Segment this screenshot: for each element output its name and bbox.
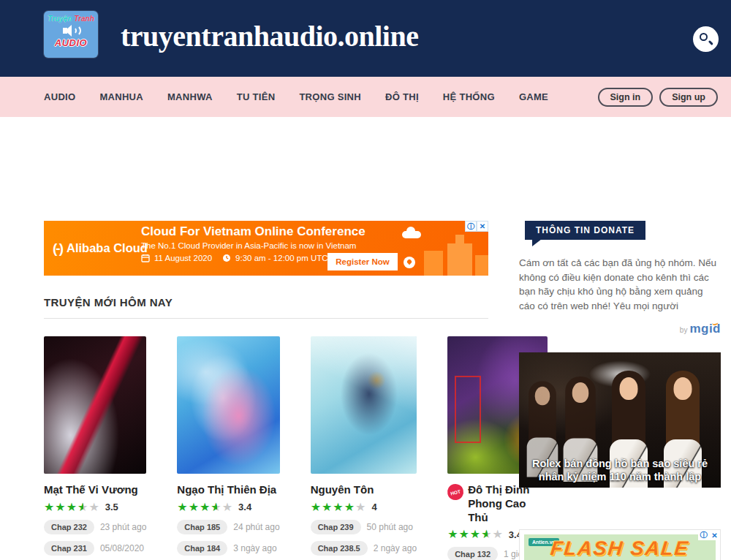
mgid-attribution[interactable]: bymgid [519, 322, 721, 336]
ad-close-icon[interactable]: ✕ [477, 221, 488, 232]
site-logo[interactable]: Truyện Tranh AUDIO [44, 11, 98, 58]
search-button[interactable] [693, 26, 719, 52]
star-full-icon: ★ [55, 502, 66, 513]
ad-close-icon[interactable]: ✕ [709, 530, 720, 540]
donate-text: Cám ơn tất cả các bạn đã ủng hộ nhóm. Nế… [519, 256, 721, 313]
chapter-link[interactable]: Chap 238.5 [311, 541, 368, 556]
chapter-row: Chap 231 05/08/2020 [44, 541, 146, 556]
star-empty-icon: ★ [222, 502, 233, 513]
star-full-icon: ★ [189, 502, 200, 513]
chapter-row: Chap 185 24 phút ago [177, 520, 279, 534]
mgid-by-label: by [680, 326, 688, 334]
nav-item-game[interactable]: GAME [519, 91, 548, 102]
flash-sale-title: FLASH SALE [524, 537, 716, 560]
star-full-icon: ★ [322, 502, 333, 513]
rating-stars: ★★★★★★3.5 [44, 502, 146, 513]
nav-items: AUDIO MANHUA MANHWA TU TIÊN TRỌNG SINH Đ… [44, 91, 548, 102]
star-full-icon: ★ [458, 529, 469, 540]
cloud-decoration [402, 231, 421, 238]
star-full-icon: ★ [311, 502, 322, 513]
star-empty-icon: ★ [88, 502, 99, 513]
star-full-icon: ★ [200, 502, 211, 513]
flash-sale-ad[interactable]: Antien.vn FLASH SALE XEM NGAY ⓘ ✕ [519, 529, 721, 560]
nav-item-tu-tien[interactable]: TU TIÊN [237, 91, 276, 102]
native-ad-caption: Rolex bán đồng hồ bản sao siêu rẻ nhân k… [519, 457, 721, 483]
alibaba-logo: (-) Alibaba Cloud [53, 221, 148, 276]
ad-info-icon[interactable]: ⓘ [465, 221, 477, 232]
comic-card: Ngạo Thị Thiên Địa ★★★★★★3.4 Chap 185 24… [177, 336, 279, 560]
chapter-link[interactable]: Chap 239 [311, 520, 361, 534]
comic-cover[interactable] [311, 336, 417, 474]
ad-controls: ⓘ ✕ [698, 530, 720, 540]
star-half-icon: ★★ [77, 502, 88, 513]
location-pin-icon [404, 257, 415, 268]
star-full-icon: ★ [177, 502, 188, 513]
alibaba-logo-icon: (-) [53, 241, 62, 257]
star-empty-icon: ★ [493, 529, 504, 540]
comic-title[interactable]: Nguyên Tôn [311, 483, 374, 497]
banner-date: 11 August 2020 [154, 254, 212, 262]
nav-item-manhua[interactable]: MANHUA [99, 91, 143, 102]
register-now-button[interactable]: Register Now [327, 253, 398, 270]
star-full-icon: ★ [470, 529, 481, 540]
chapter-time: 2 ngày ago [374, 543, 417, 553]
chapter-link[interactable]: Chap 184 [177, 541, 227, 556]
star-full-icon: ★ [67, 502, 77, 513]
comic-cover[interactable] [44, 336, 146, 474]
banner-subtitle: The No.1 Cloud Provider in Asia-Pacific … [141, 241, 366, 250]
comic-title[interactable]: Ngạo Thị Thiên Địa [177, 483, 276, 497]
comic-card: Nguyên Tôn ★★★★★4 Chap 239 50 phút ago C… [311, 336, 417, 560]
hot-badge: HOT [446, 483, 466, 502]
rating-value: 4 [371, 502, 376, 512]
rolex-native-ad[interactable]: Rolex bán đồng hồ bản sao siêu rẻ nhân k… [519, 352, 721, 488]
star-full-icon: ★ [44, 502, 55, 513]
main-nav: AUDIO MANHUA MANHWA TU TIÊN TRỌNG SINH Đ… [0, 77, 731, 117]
nav-item-he-thong[interactable]: HỆ THỐNG [443, 91, 495, 102]
site-title[interactable]: truyentranhaudio.online [121, 19, 418, 53]
star-empty-icon: ★ [355, 502, 366, 513]
page: Truyện Tranh AUDIO truyentranhaudio.onli… [0, 0, 731, 560]
logo-text: Truyện Tranh [44, 15, 98, 23]
rating-value: 3.5 [105, 502, 118, 512]
comic-cover[interactable] [177, 336, 279, 474]
chapter-time: 23 phút ago [100, 522, 146, 532]
nav-item-do-thi[interactable]: ĐÔ THỊ [385, 91, 419, 102]
star-full-icon: ★ [447, 529, 458, 540]
nav-item-trong-sinh[interactable]: TRỌNG SINH [299, 91, 361, 102]
chapter-time: 3 ngày ago [233, 543, 276, 553]
chapter-time: 24 phút ago [233, 522, 279, 532]
sign-in-button[interactable]: Sign in [598, 88, 654, 107]
ad-info-icon[interactable]: ⓘ [698, 530, 709, 540]
sidebar: THÔNG TIN DONATE Cám ơn tất cả các bạn đ… [519, 221, 721, 560]
cathedral-decoration [447, 243, 472, 276]
star-half-icon: ★★ [211, 502, 221, 513]
chapter-link[interactable]: Chap 132 [447, 547, 498, 560]
search-icon [700, 33, 708, 41]
chapter-row: Chap 239 50 phút ago [311, 520, 417, 534]
main-content: (-) Alibaba Cloud Cloud For Vietnam Onli… [44, 221, 488, 560]
rating-value: 3.4 [238, 502, 251, 512]
chapter-time: 05/08/2020 [100, 543, 144, 553]
sign-up-button[interactable]: Sign up [659, 88, 718, 107]
chapter-link[interactable]: Chap 231 [44, 541, 94, 556]
comic-card-grid: Mạt Thế Vi Vương ★★★★★★3.5 Chap 232 23 p… [44, 336, 488, 560]
alibaba-ad-banner[interactable]: (-) Alibaba Cloud Cloud For Vietnam Onli… [44, 221, 488, 276]
nav-item-audio[interactable]: AUDIO [44, 91, 75, 102]
section-title: TRUYỆN MỚI HÔM NAY [44, 296, 488, 319]
alibaba-brand-label: Alibaba Cloud [67, 241, 148, 255]
chapter-link[interactable]: Chap 232 [44, 520, 94, 534]
chapter-time: 50 phút ago [367, 522, 413, 532]
building-decoration [475, 255, 488, 276]
building-decoration [424, 251, 443, 276]
chapter-link[interactable]: Chap 185 [177, 520, 227, 534]
site-header: Truyện Tranh AUDIO truyentranhaudio.onli… [0, 0, 731, 77]
chapter-row: Chap 184 3 ngày ago [177, 541, 279, 556]
mgid-logo: mgid [689, 322, 721, 336]
logo-audio-label: AUDIO [44, 37, 98, 48]
star-full-icon: ★ [344, 502, 355, 513]
rating-stars: ★★★★★★3.4 [177, 502, 279, 513]
comic-title[interactable]: Mạt Thế Vi Vương [44, 483, 138, 497]
rating-stars: ★★★★★4 [311, 502, 417, 513]
nav-item-manhwa[interactable]: MANHWA [167, 91, 213, 102]
calendar-icon [141, 254, 150, 262]
